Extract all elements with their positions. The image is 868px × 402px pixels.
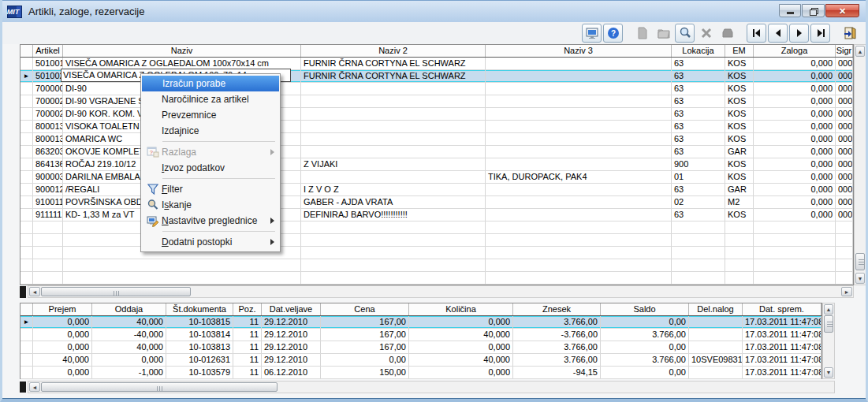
- column-splitter[interactable]: [20, 382, 26, 393]
- cell[interactable]: 9000120: [33, 184, 63, 195]
- cell[interactable]: 167,00: [321, 329, 409, 341]
- column-header-naziv-3[interactable]: Naziv 3: [486, 45, 672, 57]
- cell[interactable]: 7000024: [33, 108, 63, 120]
- cell[interactable]: [836, 247, 853, 259]
- cell[interactable]: [301, 146, 486, 158]
- cell[interactable]: 9111112: [33, 209, 63, 221]
- cell[interactable]: 000: [836, 196, 853, 208]
- cell[interactable]: 0,000: [409, 341, 513, 353]
- cell[interactable]: [486, 158, 672, 170]
- column-header-oddaja[interactable]: Oddaja: [92, 303, 166, 315]
- cell[interactable]: [301, 234, 486, 246]
- cell[interactable]: 150,00: [321, 367, 409, 378]
- cell[interactable]: [486, 70, 672, 82]
- cell[interactable]: 0,000: [754, 209, 836, 221]
- cell[interactable]: VISEČA OMARICA Z OGLAEDALOM 100x70x14 cm: [63, 58, 301, 69]
- column-header-dat-veljave[interactable]: Dat.veljave: [262, 303, 321, 315]
- scroll-down-button[interactable]: ▼: [824, 367, 833, 378]
- cell[interactable]: 63: [672, 95, 725, 107]
- cell[interactable]: [301, 171, 486, 183]
- menu-item-izra-un-porabe[interactable]: Izračun porabe: [142, 76, 279, 91]
- cell[interactable]: [301, 121, 486, 132]
- cell[interactable]: [836, 259, 853, 271]
- cell[interactable]: 10-012631: [166, 354, 233, 366]
- cell[interactable]: 000: [836, 158, 853, 170]
- column-header-lokacija[interactable]: Lokacija: [672, 45, 725, 57]
- cell[interactable]: KOS: [725, 70, 754, 82]
- cell[interactable]: 63: [672, 108, 725, 120]
- cell[interactable]: 000: [836, 83, 853, 95]
- cell[interactable]: [486, 58, 672, 69]
- cell[interactable]: [63, 272, 301, 284]
- menu-item-filter[interactable]: Filter: [141, 181, 280, 197]
- cell[interactable]: KOS: [725, 121, 754, 132]
- cell[interactable]: KOS: [725, 58, 754, 69]
- cell[interactable]: [725, 234, 754, 246]
- cell[interactable]: 0,000: [33, 316, 92, 328]
- cell[interactable]: 63: [672, 184, 725, 195]
- cell[interactable]: [725, 259, 754, 271]
- cell[interactable]: 0,000: [33, 341, 92, 353]
- cell[interactable]: 63: [672, 146, 725, 158]
- cell[interactable]: [486, 133, 672, 145]
- last-record-button[interactable]: [810, 24, 830, 43]
- cell[interactable]: 29.12.2010: [262, 329, 321, 341]
- cell[interactable]: M2: [725, 196, 754, 208]
- cell[interactable]: [725, 272, 754, 284]
- cell[interactable]: 63: [672, 133, 725, 145]
- column-header-znesek[interactable]: Znesek: [513, 303, 601, 315]
- cell[interactable]: 29.12.2010: [262, 316, 321, 328]
- cell[interactable]: [754, 221, 836, 233]
- cell[interactable]: [33, 221, 63, 233]
- cell[interactable]: 0,000: [92, 354, 166, 366]
- column-header-prejem[interactable]: Prejem: [33, 303, 92, 315]
- menu-item-naro-ilnice-za-artikel[interactable]: Naročilnice za artikel: [141, 91, 280, 107]
- cell[interactable]: KOS: [725, 133, 754, 145]
- cell[interactable]: [301, 108, 486, 120]
- scroll-left-button[interactable]: ◄: [29, 382, 40, 392]
- column-header-koli-ina[interactable]: Količina: [409, 303, 513, 315]
- scroll-up-button[interactable]: ▲: [855, 46, 865, 57]
- column-splitter[interactable]: [20, 286, 26, 298]
- cell[interactable]: [672, 221, 725, 233]
- cell[interactable]: 000: [836, 146, 853, 158]
- cell[interactable]: -94,15: [513, 367, 601, 378]
- scroll-up-button[interactable]: ▲: [824, 304, 833, 315]
- cell[interactable]: [301, 133, 486, 145]
- cell[interactable]: 8000138: [33, 133, 63, 145]
- cell[interactable]: [689, 367, 743, 378]
- cell[interactable]: 0,000: [409, 316, 513, 328]
- column-header-cena[interactable]: Cena: [321, 303, 409, 315]
- cell[interactable]: 0,000: [33, 329, 92, 341]
- next-record-button[interactable]: [789, 24, 809, 43]
- cell[interactable]: 0,000: [754, 184, 836, 195]
- cell[interactable]: 0,000: [754, 133, 836, 145]
- menu-item-iskanje[interactable]: Iskanje: [141, 197, 280, 213]
- cell[interactable]: KOS: [725, 158, 754, 170]
- cell[interactable]: 0,00: [601, 316, 689, 328]
- cell[interactable]: 0,00: [601, 341, 689, 353]
- cell[interactable]: 0,000: [754, 158, 836, 170]
- cell[interactable]: 02: [672, 196, 725, 208]
- cell[interactable]: 10-103579: [166, 367, 233, 378]
- menu-item-dodatni-postopki[interactable]: Dodatni postopki: [141, 234, 280, 250]
- cell[interactable]: 17.03.2011 11:47:08: [743, 367, 821, 378]
- help-button[interactable]: ?: [603, 24, 623, 43]
- table-row[interactable]: [20, 272, 853, 285]
- cell[interactable]: 3.766,00: [513, 316, 601, 328]
- properties-button[interactable]: [582, 24, 602, 43]
- table-row[interactable]: 0,000-1,00010-1035791106.12.2010150,000,…: [20, 367, 821, 379]
- cell[interactable]: [486, 95, 672, 107]
- cell[interactable]: KOS: [725, 209, 754, 221]
- cell[interactable]: [301, 272, 486, 284]
- cell[interactable]: [486, 221, 672, 233]
- hscroll-thumb[interactable]: [41, 287, 191, 296]
- cell[interactable]: [301, 83, 486, 95]
- cell[interactable]: [486, 209, 672, 221]
- scroll-left-button[interactable]: ◄: [29, 287, 40, 296]
- column-header-artikel[interactable]: Artikel: [33, 45, 63, 57]
- cell[interactable]: [754, 272, 836, 284]
- articles-vscrollbar[interactable]: ▲ ▼: [854, 44, 866, 285]
- cell[interactable]: [486, 121, 672, 132]
- cell[interactable]: 3.766,00: [513, 341, 601, 353]
